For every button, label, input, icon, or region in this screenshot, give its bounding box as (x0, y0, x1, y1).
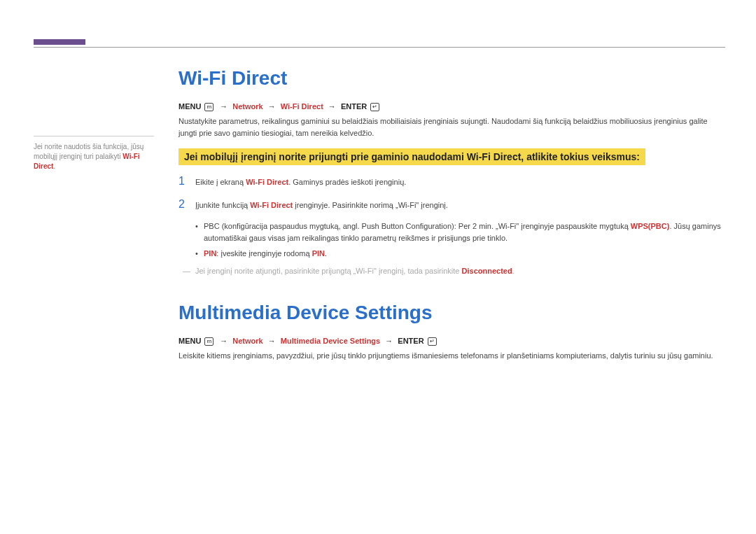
step-text: Eikite į ekraną Wi-Fi Direct. Gaminys pr… (195, 176, 406, 188)
step2-c: įrenginyje. Pasirinkite norimą „Wi-Fi" į… (293, 201, 448, 209)
arrow-icon: → (217, 337, 230, 345)
arrow-icon: → (265, 337, 279, 345)
multimedia-paragraph: Leiskite kitiems įrenginiams, pavyzdžiui… (178, 350, 725, 362)
step2-b: Wi-Fi Direct (250, 201, 293, 209)
nav-menu-label: MENU (178, 102, 201, 111)
note-c: . (512, 267, 514, 275)
step-number: 2 (178, 198, 195, 211)
section-multimedia: Multimedia Device Settings MENU m → Netw… (178, 302, 725, 362)
nav-item: Multimedia Device Settings (281, 337, 380, 345)
b2-a: PIN (204, 249, 216, 258)
section-wifi-direct: Wi-Fi Direct MENU m → Network → Wi-Fi Di… (178, 67, 725, 276)
note-a: Jei įrenginį norite atjungti, pasirinkit… (195, 267, 462, 275)
arrow-icon: → (265, 102, 279, 111)
arrow-icon: → (326, 102, 339, 111)
enter-icon: ↵ (370, 103, 379, 111)
b2-d: . (325, 249, 327, 258)
main-content: Wi-Fi Direct MENU m → Network → Wi-Fi Di… (178, 67, 725, 372)
step-number: 1 (178, 175, 195, 188)
bullet-pin: PIN: įveskite įrenginyje rodomą PIN. (195, 248, 725, 260)
arrow-icon: → (217, 102, 230, 111)
nav-network: Network (232, 102, 262, 111)
step-2: 2 Įjunkite funkciją Wi-Fi Direct įrengin… (178, 198, 725, 211)
step-text: Įjunkite funkciją Wi-Fi Direct įrenginyj… (195, 199, 448, 211)
step1-b: Wi-Fi Direct (246, 178, 288, 186)
nav-path-2: MENU m → Network → Multimedia Device Set… (178, 337, 725, 346)
b1-a: PBC (konfigūracija paspaudus mygtuką, an… (204, 222, 631, 230)
enter-icon: ↵ (428, 337, 437, 346)
menu-icon: m (204, 337, 214, 346)
bullet-list: PBC (konfigūracija paspaudus mygtuką, an… (178, 220, 725, 260)
nav-enter-label: ENTER (341, 102, 367, 111)
step1-c: . Gaminys pradės ieškoti įrenginių. (288, 178, 406, 186)
note-b: Disconnected (462, 267, 512, 275)
nav-path-1: MENU m → Network → Wi-Fi Direct → ENTER … (178, 102, 725, 111)
b2-b: : įveskite įrenginyje rodomą (216, 249, 312, 258)
b1-b: WPS(PBC) (631, 222, 670, 230)
arrow-icon: → (382, 337, 396, 345)
step1-a: Eikite į ekraną (195, 178, 246, 186)
heading-wifi-direct: Wi-Fi Direct (178, 67, 725, 90)
menu-icon: m (204, 103, 214, 111)
highlight-instruction: Jei mobilųjį įrenginį norite prijungti p… (178, 148, 645, 165)
bullet-pbc: PBC (konfigūracija paspaudus mygtuką, an… (195, 220, 725, 244)
steps-list: 1 Eikite į ekraną Wi-Fi Direct. Gaminys … (178, 175, 725, 211)
nav-menu-label: MENU (178, 337, 201, 345)
top-divider (34, 47, 725, 48)
sidebar-text-c: . (53, 162, 55, 170)
nav-network: Network (232, 337, 262, 345)
b2-c: PIN (312, 249, 325, 258)
sidebar-note: Jei norite naudotis šia funkcija, jūsų m… (34, 136, 154, 171)
intro-paragraph: Nustatykite parametrus, reikalingus gami… (178, 115, 725, 139)
step2-a: Įjunkite funkciją (195, 201, 250, 209)
nav-item: Wi-Fi Direct (281, 102, 323, 111)
page-accent-bar (34, 39, 85, 45)
disconnect-note: Jei įrenginį norite atjungti, pasirinkit… (178, 265, 725, 277)
step-1: 1 Eikite į ekraną Wi-Fi Direct. Gaminys … (178, 175, 725, 188)
heading-multimedia: Multimedia Device Settings (178, 302, 725, 324)
nav-enter-label: ENTER (398, 337, 424, 345)
